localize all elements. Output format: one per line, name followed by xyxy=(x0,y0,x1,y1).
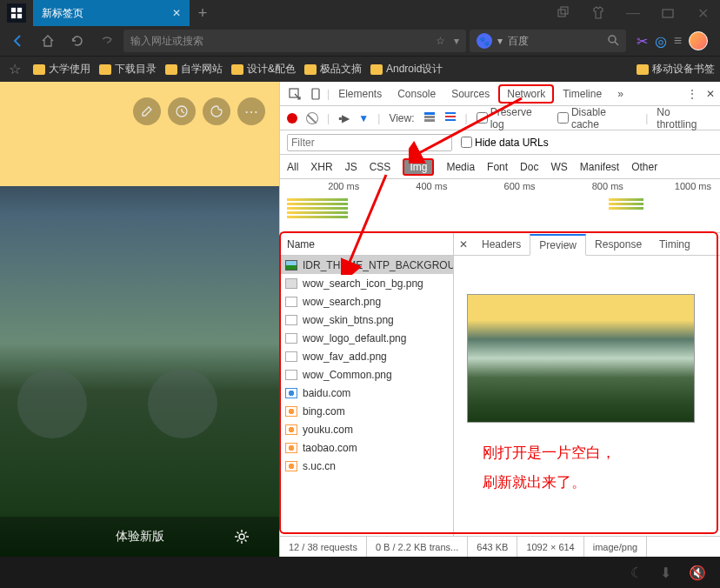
mobile-bookmarks[interactable]: 移动设备书签 xyxy=(637,62,715,77)
svg-point-10 xyxy=(239,534,244,539)
request-row[interactable]: wow_skin_btns.png xyxy=(280,311,453,329)
disable-cache-checkbox[interactable]: Disable cache xyxy=(557,106,637,130)
bookmark-folder[interactable]: 极品文摘 xyxy=(304,62,362,77)
filter-icon[interactable]: ▼ xyxy=(358,112,369,124)
moon-icon[interactable]: ☾ xyxy=(630,565,643,581)
kebab-icon[interactable]: ⋮ xyxy=(687,88,697,100)
filter-doc[interactable]: Doc xyxy=(520,161,538,173)
filter-xhr[interactable]: XHR xyxy=(310,161,332,173)
preview-pane: ✕ Headers Preview Response Timing 刚打开是一片… xyxy=(454,233,720,536)
bookmark-folder[interactable]: 大学使用 xyxy=(33,62,90,77)
menu-icon[interactable]: ≡ xyxy=(674,33,682,49)
large-rows-icon[interactable] xyxy=(423,110,436,125)
home-button[interactable] xyxy=(35,28,61,54)
request-row[interactable]: wow_search_icon_bg.png xyxy=(280,274,453,292)
gear-icon[interactable] xyxy=(230,525,253,548)
search-icon[interactable] xyxy=(607,34,619,49)
name-column-header[interactable]: Name xyxy=(280,233,453,256)
maximize-icon[interactable] xyxy=(650,0,685,26)
experience-label[interactable]: 体验新版 xyxy=(116,529,164,545)
request-row[interactable]: wow_fav_add.png xyxy=(280,347,453,365)
request-row[interactable]: bing.com xyxy=(280,402,453,420)
skin-icon[interactable] xyxy=(581,0,616,26)
tab-preview[interactable]: Preview xyxy=(530,234,586,256)
overview-icon[interactable] xyxy=(444,110,457,125)
minimize-icon[interactable]: — xyxy=(616,0,650,26)
filter-font[interactable]: Font xyxy=(487,161,508,173)
star-icon[interactable]: ☆ xyxy=(436,35,445,47)
close-preview-icon[interactable]: ✕ xyxy=(454,238,473,251)
tab-network[interactable]: Network xyxy=(498,84,554,104)
address-bar[interactable]: 输入网址或搜索 ☆ ▾ xyxy=(123,30,466,52)
request-row[interactable]: wow_logo_default.png xyxy=(280,329,453,347)
request-row[interactable]: wow_search.png xyxy=(280,292,453,311)
scissors-icon[interactable]: ✂ xyxy=(637,33,648,50)
history-icon[interactable] xyxy=(168,97,196,125)
avatar[interactable] xyxy=(689,31,708,50)
bubble-item[interactable] xyxy=(17,369,87,438)
more-icon[interactable]: ⋯ xyxy=(237,97,265,125)
record-icon[interactable] xyxy=(287,113,297,124)
inspect-icon[interactable] xyxy=(285,88,304,100)
tab-timeline[interactable]: Timeline xyxy=(556,82,609,105)
device-icon[interactable] xyxy=(306,88,325,100)
tab-console[interactable]: Console xyxy=(390,82,443,105)
tab-more-icon[interactable]: » xyxy=(610,82,630,105)
window-controls: — ✕ xyxy=(546,0,720,26)
restore-icon[interactable] xyxy=(546,0,581,26)
throttle-select[interactable]: No throttling xyxy=(657,106,713,130)
filter-img[interactable]: Img xyxy=(403,158,434,176)
preserve-checkbox[interactable]: Preserve log xyxy=(477,106,549,130)
clear-icon[interactable] xyxy=(306,112,318,124)
close-devtools-icon[interactable]: ✕ xyxy=(706,88,715,100)
bookmark-folder[interactable]: 自学网站 xyxy=(165,62,223,77)
tab-headers[interactable]: Headers xyxy=(473,233,530,255)
file-icon xyxy=(285,461,297,471)
back-button[interactable] xyxy=(5,28,31,54)
target-icon[interactable]: ◎ xyxy=(655,33,667,50)
bookmark-folder[interactable]: Android设计 xyxy=(370,62,443,77)
request-row[interactable]: wow_Common.png xyxy=(280,365,453,384)
view-label: View: xyxy=(389,112,414,124)
undo-button[interactable] xyxy=(94,28,120,54)
request-row[interactable]: youku.com xyxy=(280,420,453,438)
browser-tab[interactable]: 新标签页 ✕ xyxy=(33,0,190,26)
edit-icon[interactable] xyxy=(133,97,161,125)
volume-icon[interactable]: 🔇 xyxy=(689,565,706,581)
filter-js[interactable]: JS xyxy=(345,161,357,173)
filter-manifest[interactable]: Manifest xyxy=(580,161,619,173)
bookmark-folder[interactable]: 下载目录 xyxy=(99,62,157,77)
new-tab-button[interactable]: + xyxy=(190,0,216,26)
request-name: wow_fav_add.png xyxy=(303,351,387,363)
filter-ws[interactable]: WS xyxy=(550,161,567,173)
filter-other[interactable]: Other xyxy=(631,161,657,173)
request-row[interactable]: taobao.com xyxy=(280,438,453,457)
filter-all[interactable]: All xyxy=(287,161,298,173)
network-toolbar: | ▪▶ ▼ | View: | Preserve log Disable ca… xyxy=(280,106,720,130)
download-icon[interactable]: ⬇ xyxy=(660,565,671,581)
filter-input[interactable] xyxy=(287,134,452,151)
tab-sources[interactable]: Sources xyxy=(444,82,497,105)
bookmark-folder[interactable]: 设计&配色 xyxy=(231,62,296,77)
close-tab-icon[interactable]: ✕ xyxy=(172,7,181,19)
hide-urls-checkbox[interactable]: Hide data URLs xyxy=(461,137,549,149)
tab-elements[interactable]: Elements xyxy=(331,82,389,105)
tab-response[interactable]: Response xyxy=(586,233,650,255)
reload-button[interactable] xyxy=(64,28,90,54)
palette-icon[interactable] xyxy=(203,97,230,125)
search-box[interactable]: 🐾 ▾ 百度 xyxy=(470,30,626,52)
file-icon xyxy=(285,278,297,289)
star-icon[interactable]: ☆ xyxy=(9,61,21,77)
chevron-down-icon[interactable]: ▾ xyxy=(497,35,503,47)
request-row[interactable]: IDR_THEME_NTP_BACKGROUN... xyxy=(280,256,453,274)
network-timeline[interactable]: 200 ms 400 ms 600 ms 800 ms 1000 ms xyxy=(280,179,720,233)
bubble-item[interactable] xyxy=(148,369,217,438)
request-row[interactable]: baidu.com xyxy=(280,384,453,402)
close-icon[interactable]: ✕ xyxy=(685,0,720,26)
request-row[interactable]: s.uc.cn xyxy=(280,457,453,475)
chevron-down-icon[interactable]: ▾ xyxy=(454,35,459,47)
filter-media[interactable]: Media xyxy=(446,161,475,173)
filter-css[interactable]: CSS xyxy=(370,161,391,173)
camera-icon[interactable]: ▪▶ xyxy=(338,112,350,124)
tab-timing[interactable]: Timing xyxy=(650,233,699,255)
